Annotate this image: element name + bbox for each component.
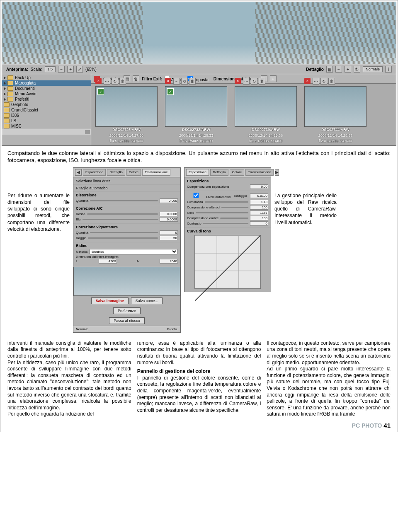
slider[interactable]	[203, 223, 248, 224]
input-quantita[interactable]	[160, 198, 178, 203]
reject-icon[interactable]: ×	[95, 78, 102, 84]
btn-ritaglio-auto[interactable]: Ritaglio automatico	[76, 186, 108, 190]
slider[interactable]	[90, 200, 158, 201]
tab-colore[interactable]: Colore	[126, 169, 141, 176]
reject-icon[interactable]: ×	[235, 78, 241, 84]
thumbnail-date: 2008/12/14 14:27:50	[95, 133, 158, 138]
tab-colore[interactable]: Colore	[230, 169, 245, 176]
thumbnail[interactable]: ×⋯↻🗑DSC02739.ARW2008/12/14 14:29:36f/5.6…	[235, 86, 297, 144]
slider[interactable]	[90, 232, 158, 233]
status-text: Pronto.	[167, 327, 178, 331]
input-comp-esp[interactable]	[250, 184, 268, 189]
folder-tree[interactable]: Back Up Mareggiata Documenti Menu Avvio …	[2, 74, 91, 145]
check-icon: ✓	[97, 88, 104, 95]
zoom-fit-icon[interactable]: ⤢	[76, 66, 83, 73]
slider[interactable]	[196, 212, 248, 213]
actions-icon[interactable]: ⋯	[173, 78, 180, 85]
tab-esposizione[interactable]: Esposizione	[83, 169, 106, 176]
panel-esposizione: Esposizione Dettaglio Colore Trasformazi…	[184, 167, 271, 292]
input-quantita2[interactable]	[160, 230, 178, 235]
preview-image	[2, 2, 396, 64]
tree-item: Documenti	[2, 86, 91, 91]
thumbnail-date: 2008/12/14 14:29:36	[235, 133, 297, 138]
input-comp-alt[interactable]	[250, 205, 268, 210]
slider[interactable]	[88, 237, 158, 239]
detail-zoom-in-icon[interactable]: +	[345, 66, 351, 73]
preferences-button[interactable]: Preferenze	[113, 307, 141, 314]
trash-icon[interactable]: 🗑	[133, 75, 139, 82]
slider[interactable]	[220, 218, 248, 219]
trash-icon[interactable]: 🗑	[328, 78, 335, 85]
actions-icon[interactable]: ⋯	[104, 78, 110, 85]
reject-icon[interactable]: ×	[304, 78, 311, 84]
input-A[interactable]	[160, 259, 178, 264]
btn-seleziona-linea[interactable]: Seleziona linea dritta	[76, 179, 111, 183]
trash-icon[interactable]: 🗑	[119, 78, 126, 85]
section-corr-vig: Correzione vignettatura	[76, 225, 178, 229]
zoom-out-icon[interactable]: −	[58, 66, 65, 73]
rotate-icon[interactable]: ↻	[181, 78, 188, 85]
thumbnail[interactable]: ×⋯↻🗑DSC02744.ARW2008/12/14 14:29:57f/2.8…	[304, 86, 366, 144]
input-rosso[interactable]	[160, 212, 178, 216]
actions-icon[interactable]: ⋯	[243, 78, 250, 85]
tab-dettaglio[interactable]: Dettaglio	[210, 169, 228, 176]
preview-toolbar: Anteprima: Scala: 1:5 − + ⤢ (65%) Dettag…	[2, 64, 396, 74]
reject-icon[interactable]: ×	[165, 78, 171, 84]
scrollbar[interactable]	[2, 129, 91, 135]
trash-icon[interactable]: 🗑	[259, 78, 265, 85]
label-dettaglio: Dettaglio	[306, 67, 324, 72]
input-tosaggio[interactable]	[250, 193, 268, 198]
info-icon[interactable]: i	[385, 66, 392, 73]
tone-curve[interactable]	[194, 235, 261, 289]
slider[interactable]	[221, 207, 248, 208]
tab-trasformazione[interactable]: Trasformazione	[245, 169, 273, 176]
rotate-icon[interactable]: ↻	[251, 78, 257, 85]
raw-browser-screenshot: Anteprima: Scala: 1:5 − + ⤢ (65%) Dettag…	[2, 2, 396, 146]
goto-retouch-button[interactable]: Passa al ritocco	[109, 317, 145, 324]
arrow-left-icon[interactable]: ◀	[75, 169, 82, 176]
zoom-in-icon[interactable]: +	[67, 66, 74, 73]
slider[interactable]	[205, 201, 248, 203]
tab-esposizione[interactable]: Esposizione	[186, 169, 209, 176]
trash-icon[interactable]: 🗑	[189, 78, 196, 85]
metodo-select[interactable]: PiùFedele Bilineare Bicubico Bicubico (p…	[90, 249, 178, 254]
rotate-icon[interactable]: ↻	[112, 78, 118, 85]
thumbnail[interactable]: ×⋯↻🗑✓DSC02732.ARW2008/12/14 14:28:33f/4.…	[165, 86, 227, 144]
thumbnail-filename: DSC02739.ARW	[235, 128, 297, 133]
slider[interactable]	[87, 213, 158, 215]
footer-mode[interactable]: Normale	[76, 327, 88, 331]
thumbnail[interactable]: ×⋯↻🗑✓DSC02725.ARW2008/12/14 14:27:50f/4.…	[95, 86, 158, 144]
input-raggio[interactable]	[160, 236, 178, 240]
detail-zoom-out-icon[interactable]: −	[335, 66, 342, 73]
input-blu[interactable]	[160, 217, 178, 222]
embedded-preview	[73, 267, 180, 296]
caption-left: Per ridurre o aumentare le dimensioni de…	[7, 167, 70, 232]
save-image-button[interactable]: Salva immagine	[91, 297, 129, 304]
check-icon: ✓	[167, 88, 174, 95]
input-comp-omb[interactable]	[250, 216, 268, 220]
cb-livelli-auto[interactable]: Livelli automatici	[187, 193, 231, 199]
thumb-larger-icon[interactable]: +	[270, 75, 277, 82]
actions-icon[interactable]: ⋯	[313, 78, 319, 85]
detail-grid-icon[interactable]: ▦	[326, 66, 333, 73]
folder-icon	[7, 97, 13, 102]
detail-mode-dropdown[interactable]: Normale	[363, 66, 383, 72]
detail-1to1-icon[interactable]: ①	[354, 66, 360, 73]
rotate-icon[interactable]: ↻	[320, 78, 327, 85]
folder-icon	[4, 118, 10, 123]
thumbnail-row: ×⋯↻🗑✓DSC02725.ARW2008/12/14 14:27:50f/4.…	[91, 84, 396, 145]
tab-dettaglio[interactable]: Dettaglio	[107, 169, 125, 176]
tab-trasformazione[interactable]: Trasformazione	[142, 169, 170, 176]
tree-item: MISC	[2, 123, 91, 129]
thumbnail-date: 2008/12/14 14:29:57	[304, 133, 366, 138]
article-columns: interventi il manuale consiglia di valut…	[2, 337, 396, 420]
input-nero[interactable]	[250, 210, 268, 215]
input-lumin[interactable]	[250, 200, 268, 204]
save-as-button[interactable]: Salva come...	[131, 297, 163, 304]
input-L[interactable]	[99, 259, 117, 264]
input-contrasto[interactable]	[250, 221, 268, 226]
slider[interactable]	[83, 219, 158, 220]
thumbnail-date: 2008/12/14 14:28:33	[165, 133, 227, 138]
tree-item: i386	[2, 113, 91, 118]
scale-dropdown[interactable]: 1:5	[45, 66, 56, 72]
